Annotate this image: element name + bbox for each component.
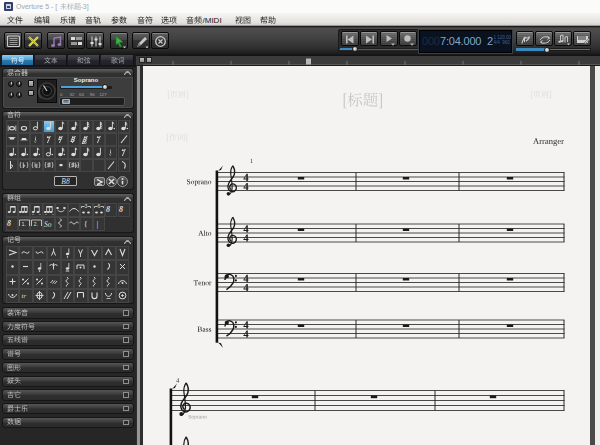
svg-text:So: So (44, 220, 52, 229)
svg-text:8: 8 (119, 205, 123, 214)
svg-text:2.: 2. (34, 221, 39, 227)
svg-text:|: | (96, 219, 98, 229)
svg-text:3: 3 (85, 204, 88, 210)
svg-text:{: { (84, 219, 88, 229)
svg-text:8: 8 (106, 205, 110, 214)
svg-text:1.: 1. (21, 221, 26, 227)
svg-text:tr: tr (22, 292, 27, 300)
svg-text:8: 8 (7, 219, 11, 228)
svg-text:6: 6 (97, 204, 100, 210)
